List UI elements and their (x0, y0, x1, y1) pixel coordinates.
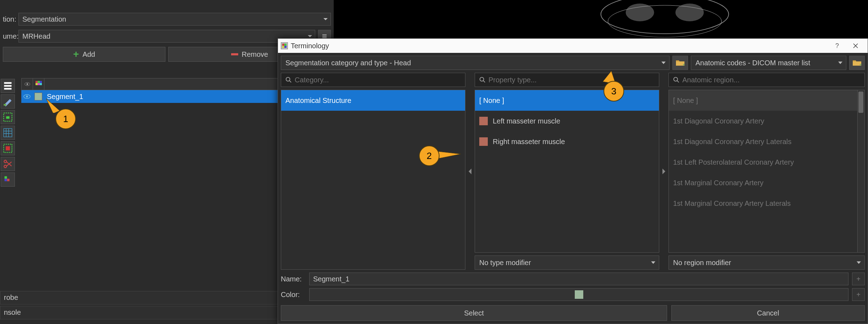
category-list[interactable]: Anatomical Structure (281, 90, 465, 270)
color-swatch (575, 290, 583, 299)
folder-icon: + (852, 59, 862, 66)
chevron-left-icon (469, 169, 471, 174)
folder-icon: + (676, 59, 685, 66)
name-label: Name: (281, 275, 306, 283)
category-search-input[interactable] (295, 76, 461, 84)
tool-grid-button[interactable] (1, 126, 15, 140)
svg-rect-24 (40, 83, 42, 85)
svg-rect-15 (7, 179, 10, 181)
svg-rect-6 (4, 88, 12, 90)
property-color-swatch (479, 137, 488, 146)
property-color-swatch (479, 117, 488, 125)
svg-text:+: + (683, 63, 685, 66)
tool-region-button[interactable] (1, 110, 15, 124)
color-aux-button[interactable]: + (852, 288, 865, 301)
terminology-dialog: Terminology ? Segmentation category and … (278, 38, 868, 324)
property-item-none[interactable]: [ None ] (475, 90, 659, 111)
svg-rect-11 (6, 146, 10, 150)
open-anatomic-file-button[interactable]: + (849, 56, 865, 70)
svg-rect-16 (5, 179, 7, 181)
visibility-header[interactable] (22, 78, 33, 90)
svg-rect-20 (38, 81, 40, 83)
property-type-search-input[interactable] (488, 76, 655, 84)
segmentation-combo[interactable]: Segmentation (18, 13, 331, 26)
chevron-down-icon (857, 262, 861, 264)
region-item-none[interactable]: [ None ] (669, 90, 864, 111)
segmentation-value: Segmentation (22, 15, 66, 23)
svg-point-34 (674, 77, 678, 81)
name-aux-button[interactable]: + (852, 273, 865, 285)
color-header[interactable] (33, 78, 44, 90)
svg-rect-14 (5, 176, 7, 179)
help-button[interactable]: ? (828, 39, 846, 53)
tool-mask-button[interactable] (1, 141, 15, 155)
svg-point-1 (626, 4, 654, 21)
anatomic-codes-combo[interactable]: Anatomic codes - DICOM master list (691, 56, 846, 70)
type-modifier-combo[interactable]: No type modifier (475, 256, 659, 270)
open-terminology-file-button[interactable]: + (672, 56, 688, 70)
volume-combo[interactable]: MRHead (18, 30, 315, 43)
tool-tetris-button[interactable] (1, 172, 15, 187)
anatomic-region-search[interactable] (668, 73, 865, 87)
svg-rect-7 (4, 104, 6, 106)
svg-point-13 (4, 160, 7, 163)
region-modifier-combo[interactable]: No region modifier (668, 256, 865, 270)
property-type-search[interactable] (475, 73, 659, 87)
volume-label: ume: (3, 32, 16, 40)
name-input[interactable] (309, 273, 848, 285)
search-icon (673, 77, 679, 83)
tool-paint-button[interactable] (1, 94, 15, 109)
property-item[interactable]: Right masseter muscle (475, 131, 659, 152)
svg-point-0 (601, 0, 729, 34)
splitter-right[interactable] (662, 73, 666, 270)
app-icon (281, 42, 288, 49)
chevron-down-icon (651, 262, 655, 264)
scrollbar[interactable] (857, 90, 864, 252)
svg-text:+: + (859, 63, 862, 66)
add-button[interactable]: + Add (3, 47, 165, 62)
region-item[interactable]: 1st Marginal Coronary Artery (669, 172, 864, 193)
property-item[interactable]: Left masseter muscle (475, 111, 659, 131)
dialog-title: Terminology (291, 42, 329, 50)
close-button[interactable] (846, 39, 865, 53)
svg-point-12 (4, 165, 7, 168)
color-label: Color: (281, 291, 306, 299)
callout-1: 1 (55, 109, 76, 129)
add-button-label: Add (82, 50, 95, 59)
dialog-titlebar[interactable]: Terminology ? (278, 39, 868, 53)
volume-value: MRHead (22, 32, 50, 40)
anatomic-region-list[interactable]: [ None ] 1st Diagonal Coronary Artery 1s… (668, 90, 865, 253)
callout-2-tail (436, 149, 464, 162)
svg-rect-9 (4, 128, 12, 137)
segmentation-label: tion: (3, 15, 16, 23)
category-type-combo[interactable]: Segmentation category and type - Head (281, 56, 670, 70)
tool-slab-button[interactable] (1, 79, 15, 93)
region-item[interactable]: 1st Diagonal Coronary Artery Laterals (669, 131, 864, 152)
svg-point-32 (286, 77, 290, 81)
category-search[interactable] (281, 73, 465, 87)
anatomic-region-search-input[interactable] (682, 76, 860, 84)
svg-rect-22 (36, 83, 38, 85)
chevron-down-icon (661, 62, 666, 64)
callout-3: 3 (604, 81, 624, 101)
region-item[interactable]: 1st Marginal Coronary Artery Laterals (669, 193, 864, 214)
plus-icon: + (73, 49, 79, 60)
tool-scissors-button[interactable] (1, 157, 15, 171)
color-picker[interactable] (309, 288, 848, 301)
callout-2: 2 (419, 145, 440, 166)
property-type-list[interactable]: [ None ] Left masseter muscle Right mass… (475, 90, 659, 253)
close-icon (853, 43, 858, 49)
region-item[interactable]: 1st Diagonal Coronary Artery (669, 111, 864, 131)
eye-icon[interactable] (23, 94, 31, 99)
svg-marker-28 (436, 151, 461, 159)
category-item[interactable]: Anatomical Structure (281, 90, 465, 111)
scroll-thumb[interactable] (858, 92, 863, 113)
select-button[interactable]: Select (281, 305, 667, 321)
segment-color-chip[interactable] (34, 93, 42, 100)
splitter-left[interactable] (468, 73, 472, 270)
svg-rect-5 (4, 85, 12, 87)
chevron-down-icon (838, 62, 842, 64)
cancel-button[interactable]: Cancel (671, 305, 865, 321)
svg-point-26 (26, 95, 28, 98)
region-item[interactable]: 1st Left Posterolateral Coronary Artery (669, 152, 864, 172)
